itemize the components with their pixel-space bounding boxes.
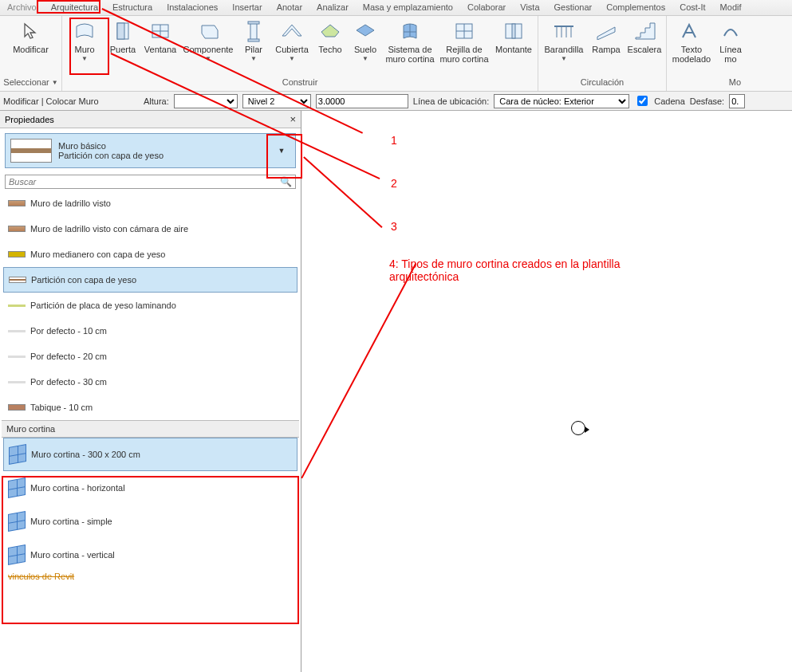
curtain-grid-button[interactable]: Rejilla de muro cortina (439, 19, 489, 64)
wall-swatch-icon (9, 277, 26, 283)
drawing-cursor-icon (571, 421, 585, 435)
modify-button[interactable]: Modificar (7, 19, 55, 54)
curtain-wall-icon (8, 477, 26, 498)
stair-button[interactable]: Escalera (627, 19, 662, 54)
context-label: Modificar | Colocar Muro (3, 96, 139, 106)
mullion-button[interactable]: Montante (494, 19, 534, 54)
list-item[interactable]: Muro de ladrillo visto (2, 191, 299, 216)
tab-vista[interactable]: Vista (513, 0, 546, 15)
list-item[interactable]: Muro cortina - 300 x 200 cm (3, 438, 297, 471)
search-icon[interactable]: 🔍 (280, 176, 292, 187)
type-name-label: Partición con capa de yeso (58, 151, 266, 160)
tab-archivo[interactable]: Archivo (0, 0, 44, 15)
stair-icon (632, 19, 656, 43)
select-panel-label[interactable]: Seleccionar▼ (0, 76, 63, 89)
level-select[interactable]: Nivel 2 (242, 94, 311, 108)
wall-swatch-icon (8, 251, 26, 257)
search-input[interactable] (9, 177, 280, 187)
type-list[interactable]: Muro de ladrillo visto Muro de ladrillo … (2, 191, 299, 672)
type-selector[interactable]: Muro básico Partición con capa de yeso ▼ (5, 133, 296, 168)
tab-colaborar[interactable]: Colaborar (460, 0, 513, 15)
svg-rect-6 (248, 22, 259, 24)
tab-instalaciones[interactable]: Instalaciones (160, 0, 225, 15)
offset-label: Desfase: (690, 96, 724, 106)
list-item[interactable]: Muro cortina - vertical (2, 538, 299, 572)
tab-masa[interactable]: Masa y emplazamiento (356, 0, 460, 15)
component-icon (196, 19, 220, 43)
wall-swatch-icon (8, 305, 26, 307)
wall-button[interactable]: Muro▼ (66, 19, 103, 61)
chevron-down-icon[interactable]: ▼ (273, 147, 290, 155)
properties-panel: Propiedades × Muro básico Partición con … (0, 111, 301, 672)
railing-icon (552, 19, 576, 43)
search-row: 🔍 (5, 175, 296, 189)
list-item[interactable]: Partición de placa de yeso laminando (2, 293, 299, 318)
svg-rect-1 (117, 23, 124, 39)
annotation-text-4: 4: Tipos de muro cortina creados en la p… (389, 257, 636, 283)
window-button[interactable]: Ventana (143, 19, 178, 54)
svg-rect-7 (248, 39, 259, 41)
type-selector-text: Muro básico Partición con capa de yeso (58, 141, 266, 160)
height-label: Altura: (144, 96, 169, 106)
floor-button[interactable]: Suelo▼ (350, 19, 380, 61)
location-line-select[interactable]: Cara de núcleo: Exterior (494, 94, 629, 108)
tab-complementos[interactable]: Complementos (599, 0, 672, 15)
height-value-input[interactable] (316, 94, 408, 108)
cursor-icon (19, 19, 43, 43)
height-mode-select[interactable] (174, 94, 238, 108)
offset-input[interactable] (729, 94, 745, 108)
tab-costit[interactable]: Cost-It (672, 0, 712, 15)
roof-button[interactable]: Cubierta▼ (274, 19, 310, 61)
properties-titlebar: Propiedades × (0, 111, 301, 128)
wall-swatch-icon (8, 381, 26, 383)
door-button[interactable]: Puerta (108, 19, 138, 54)
wall-icon (73, 19, 97, 43)
column-button[interactable]: Pilar▼ (238, 19, 269, 61)
svg-rect-14 (512, 24, 515, 38)
curtain-wall-icon (8, 544, 26, 565)
list-item[interactable]: Partición con capa de yeso (3, 267, 297, 293)
annotation-text-1: 1 (391, 134, 397, 147)
tab-insertar[interactable]: Insertar (225, 0, 269, 15)
component-button[interactable]: Componente▼ (183, 19, 234, 61)
annotation-text-3: 3 (391, 220, 397, 233)
list-item[interactable]: Muro cortina - horizontal (2, 471, 299, 505)
ceiling-button[interactable]: Techo (315, 19, 345, 54)
curtain-wall-icon (9, 444, 26, 465)
list-item[interactable]: Muro medianero con capa de yeso (2, 242, 299, 267)
drawing-canvas[interactable] (301, 111, 792, 672)
close-icon[interactable]: × (290, 113, 296, 125)
door-icon (111, 19, 135, 43)
list-item[interactable]: Por defecto - 10 cm (2, 318, 299, 344)
curtain-wall-icon (8, 511, 26, 532)
tab-anotar[interactable]: Anotar (270, 0, 309, 15)
model-line-button[interactable]: Línea mo (717, 19, 744, 64)
model-text-button[interactable]: Texto modelado (671, 19, 712, 64)
curtain-system-button[interactable]: Sistema de muro cortina (385, 19, 435, 64)
list-item[interactable]: Tabique - 10 cm (2, 395, 299, 420)
options-bar: Modificar | Colocar Muro Altura: Nivel 2… (0, 92, 792, 111)
wall-swatch-icon (8, 356, 26, 358)
model-text-icon (680, 19, 703, 43)
wall-swatch-icon (8, 200, 26, 206)
window-icon (148, 19, 172, 43)
ramp-icon (594, 19, 618, 43)
tab-modificar[interactable]: Modif (713, 0, 749, 15)
ramp-button[interactable]: Rampa (590, 19, 622, 54)
ribbon-group-build: Muro▼ Puerta Ventana Componente▼ Pilar▼ … (62, 16, 538, 91)
floor-icon (353, 19, 377, 43)
tab-estructura[interactable]: Estructura (105, 0, 160, 15)
list-item[interactable]: Por defecto - 20 cm (2, 344, 299, 369)
chain-label[interactable]: Cadena (654, 96, 685, 106)
chain-checkbox[interactable] (637, 96, 648, 106)
railing-button[interactable]: Barandilla▼ (542, 19, 585, 61)
tab-analizar[interactable]: Analizar (309, 0, 356, 15)
tab-gestionar[interactable]: Gestionar (547, 0, 600, 15)
annotation-text-2: 2 (391, 177, 397, 190)
tab-arquitectura[interactable]: Arquitectura (44, 0, 105, 15)
main-area: Propiedades × Muro básico Partición con … (0, 111, 792, 672)
list-item[interactable]: Por defecto - 30 cm (2, 369, 299, 395)
list-item[interactable]: Muro de ladrillo visto con cámara de air… (2, 216, 299, 242)
list-item[interactable]: Muro cortina - simple (2, 505, 299, 538)
model-line-icon (719, 19, 743, 43)
